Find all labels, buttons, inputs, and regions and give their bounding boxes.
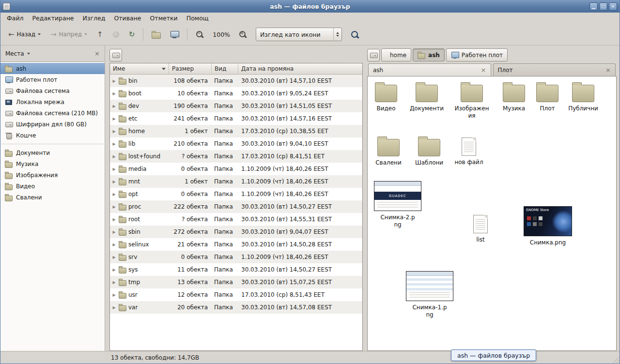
search-button[interactable] xyxy=(347,27,363,42)
expander-icon[interactable]: ▶ xyxy=(111,180,117,184)
list-item[interactable]: list xyxy=(465,213,496,243)
column-header-size[interactable]: Размер xyxy=(169,63,212,75)
path-button[interactable]: Работен плот xyxy=(446,48,508,61)
sidebar-item[interactable]: Свалени xyxy=(0,192,105,203)
sidebar-item[interactable]: ash xyxy=(0,63,105,74)
path-root-button[interactable] xyxy=(367,49,380,61)
table-row[interactable]: ▶ root ? обекта Папка 30.03.2010 (вт) 14… xyxy=(110,213,362,226)
places-selector-chevron-icon[interactable] xyxy=(27,53,30,55)
expander-icon[interactable]: ▶ xyxy=(111,104,117,108)
sidebar-item[interactable]: Изображения xyxy=(0,169,105,181)
sidebar-item[interactable]: Видео xyxy=(0,181,105,192)
table-row[interactable]: ▶ home 1 обект Папка 17.03.2010 (ср) 10,… xyxy=(110,125,362,137)
reload-button[interactable]: ↻ xyxy=(125,27,139,42)
expander-icon[interactable]: ▶ xyxy=(111,167,117,171)
expander-icon[interactable]: ▶ xyxy=(111,91,117,96)
list-item[interactable]: Изображения xyxy=(454,81,490,120)
expander-icon[interactable]: ▶ xyxy=(111,192,117,197)
sidebar-item[interactable]: Локална мрежа xyxy=(0,96,105,107)
expander-icon[interactable]: ▶ xyxy=(111,230,117,234)
table-row[interactable]: ▶ srv 0 обекта Папка 1.10.2009 (чт) 18,4… xyxy=(110,251,362,263)
table-row[interactable]: ▶ lib 210 обекта Папка 30.03.2010 (вт) 9… xyxy=(110,137,362,150)
list-item[interactable]: Документи xyxy=(408,81,445,112)
table-row[interactable]: ▶ lost+found ? обекта Папка 17.03.2010 (… xyxy=(110,150,362,163)
expander-icon[interactable]: ▶ xyxy=(111,129,117,134)
table-row[interactable]: ▶ dev 190 обекта Папка 30.03.2010 (вт) 1… xyxy=(110,100,362,112)
table-row[interactable]: ▶ boot 10 обекта Папка 30.03.2010 (вт) 9… xyxy=(110,87,362,100)
tab[interactable]: Плот × xyxy=(493,63,616,76)
expander-icon[interactable]: ▶ xyxy=(111,142,117,146)
expander-icon[interactable]: ▶ xyxy=(111,154,117,159)
back-history-chevron-icon[interactable] xyxy=(38,33,41,35)
close-button[interactable]: × xyxy=(609,2,617,11)
column-header-name[interactable]: Име xyxy=(110,63,169,75)
table-row[interactable]: ▶ selinux 21 обекта Папка 30.03.2010 (вт… xyxy=(110,238,362,251)
table-row[interactable]: ▶ opt 0 обекта Папка 1.10.2009 (чт) 18,4… xyxy=(110,188,362,200)
minimize-button[interactable]: ▁ xyxy=(589,2,598,11)
sidebar-item[interactable]: Файлова система xyxy=(0,85,105,96)
table-row[interactable]: ▶ bin 108 обекта Папка 30.03.2010 (вт) 1… xyxy=(110,75,362,87)
table-row[interactable]: ▶ mnt 1 обект Папка 1.10.2009 (чт) 18,40… xyxy=(110,175,362,188)
table-row[interactable]: ▶ usr 12 обекта Папка 17.03.2010 (ср) 8,… xyxy=(110,288,362,301)
table-row[interactable]: ▶ sbin 272 обекта Папка 30.03.2010 (вт) … xyxy=(110,226,362,238)
back-button[interactable]: ← Назад xyxy=(4,27,45,42)
list-item[interactable]: Публични xyxy=(565,81,601,112)
list-item[interactable]: Музика xyxy=(498,81,529,112)
table-row[interactable]: ▶ tmp 13 обекта Папка 30.03.2010 (вт) 15… xyxy=(110,276,362,288)
maximize-button[interactable]: ▢ xyxy=(599,2,607,11)
table-row[interactable]: ▶ var 20 обекта Папка 30.03.2010 (вт) 14… xyxy=(110,301,362,314)
menu-item[interactable]: Помощ xyxy=(182,13,213,24)
expander-icon[interactable]: ▶ xyxy=(111,293,117,297)
sidebar-item[interactable]: Файлова система (210 MB) xyxy=(0,107,105,119)
location-toggle-button[interactable] xyxy=(109,49,122,61)
sidebar-item[interactable]: Работен плот xyxy=(0,74,105,85)
path-button[interactable]: home xyxy=(381,48,411,61)
places-close-icon[interactable]: × xyxy=(94,50,100,57)
expander-icon[interactable]: ▶ xyxy=(111,205,117,209)
expander-icon[interactable]: ▶ xyxy=(111,280,117,285)
list-item[interactable]: GNOME Store GNOME Store Снимка.png xyxy=(521,206,575,246)
expander-icon[interactable]: ▶ xyxy=(111,255,117,259)
sidebar-item[interactable]: Кошче xyxy=(0,130,105,141)
sidebar-item[interactable]: Шифриран дял (80 GB) xyxy=(0,119,105,130)
zoom-out-button[interactable]: − xyxy=(192,27,208,42)
column-header-type[interactable]: Вид xyxy=(212,63,238,75)
table-row[interactable]: ▶ etc 241 обекта Папка 30.03.2010 (вт) 1… xyxy=(110,112,362,125)
table-row[interactable]: ▶ sys 11 обекта Папка 30.03.2010 (вт) 14… xyxy=(110,263,362,276)
list-item[interactable]: Снимка-1.png xyxy=(403,271,456,318)
list-item[interactable]: нов файл xyxy=(453,136,485,166)
menu-item[interactable]: Изглед xyxy=(78,13,110,24)
menu-item[interactable]: Файл xyxy=(2,13,28,24)
tab-close-icon[interactable]: × xyxy=(605,66,611,74)
forward-button[interactable]: → Напред xyxy=(46,27,91,42)
home-button[interactable] xyxy=(148,27,164,42)
list-item[interactable]: Шаблони xyxy=(413,136,445,167)
expander-icon[interactable]: ▶ xyxy=(111,305,117,310)
computer-button[interactable] xyxy=(166,27,183,42)
list-item[interactable]: Свалени xyxy=(372,136,404,167)
expander-icon[interactable]: ▶ xyxy=(111,243,117,247)
column-header-date[interactable]: Дата на промяна xyxy=(238,63,362,75)
expander-icon[interactable]: ▶ xyxy=(111,268,117,272)
expander-icon[interactable]: ▶ xyxy=(111,117,117,121)
list-item[interactable]: GUADEC GUADEC Снимка-2.png xyxy=(372,181,424,228)
zoom-in-button[interactable]: + xyxy=(235,27,251,42)
expander-icon[interactable]: ▶ xyxy=(111,217,117,222)
menu-item[interactable]: Отиване xyxy=(109,13,145,24)
table-row[interactable]: ▶ media 0 обекта Папка 1.10.2009 (чт) 18… xyxy=(110,163,362,175)
table-row[interactable]: ▶ proc 222 обекта Папка 30.03.2010 (вт) … xyxy=(110,200,362,213)
menu-item[interactable]: Отметки xyxy=(146,13,182,24)
view-mode-select[interactable]: Изглед като икони xyxy=(256,28,342,41)
sidebar-item[interactable]: Музика xyxy=(0,158,105,169)
tab[interactable]: ash × xyxy=(368,63,491,76)
expander-icon[interactable]: ▶ xyxy=(111,79,117,83)
path-button[interactable]: ash xyxy=(413,48,445,61)
stop-button[interactable] xyxy=(109,27,123,42)
sidebar-item[interactable]: Документи xyxy=(0,147,105,158)
resize-grip[interactable] xyxy=(612,356,619,363)
tab-close-icon[interactable]: × xyxy=(481,66,486,74)
list-item[interactable]: Видео xyxy=(370,81,403,112)
up-button[interactable]: ↑ xyxy=(93,27,107,42)
view-mode-spinner[interactable] xyxy=(333,28,341,41)
list-item[interactable]: Плот xyxy=(533,81,561,112)
